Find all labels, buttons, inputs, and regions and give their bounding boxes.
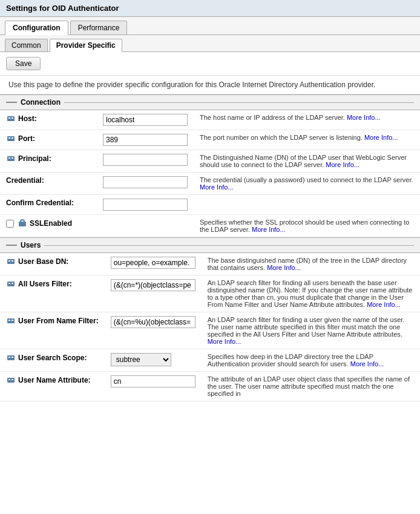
host-more-info[interactable]: More Info... bbox=[347, 114, 381, 121]
svg-rect-21 bbox=[8, 357, 10, 358]
table-row: User From Name Filter: An LDAP search fi… bbox=[0, 312, 420, 349]
principal-field-icon bbox=[6, 154, 16, 163]
credential-more-info[interactable]: More Info... bbox=[200, 183, 234, 191]
tab-configuration[interactable]: Configuration bbox=[5, 21, 68, 35]
svg-rect-15 bbox=[8, 283, 10, 284]
sub-tab-bar: Common Provider Specific bbox=[0, 35, 420, 52]
svg-rect-13 bbox=[11, 260, 13, 262]
users-table: User Base DN: The base distinguished nam… bbox=[0, 253, 420, 401]
svg-rect-4 bbox=[8, 137, 10, 139]
all-users-filter-icon bbox=[6, 279, 16, 289]
port-label: Port: bbox=[18, 134, 35, 143]
ssl-desc: Specifies whether the SSL protocol shoul… bbox=[200, 219, 409, 233]
tab-common[interactable]: Common bbox=[5, 39, 48, 51]
user-base-dn-input[interactable] bbox=[111, 257, 195, 269]
user-name-attribute-icon bbox=[6, 375, 16, 385]
ssl-label: SSLEnabled bbox=[30, 219, 72, 228]
table-row: User Search Scope: subtree onelevel Spec… bbox=[0, 349, 420, 372]
user-base-dn-more-info[interactable]: More Info... bbox=[267, 264, 301, 271]
user-base-dn-desc: The base distinguished name (DN) of the … bbox=[208, 257, 407, 271]
user-from-name-filter-label: User From Name Filter: bbox=[18, 317, 99, 325]
svg-rect-11 bbox=[7, 259, 15, 264]
svg-rect-6 bbox=[7, 156, 15, 161]
ssl-field-icon bbox=[18, 219, 27, 228]
user-base-dn-label: User Base DN: bbox=[18, 257, 68, 266]
svg-rect-0 bbox=[7, 116, 15, 121]
port-field-icon bbox=[6, 134, 16, 143]
users-section-header: Users bbox=[0, 237, 420, 253]
table-row: Confirm Credential: bbox=[0, 195, 420, 215]
principal-label: Principal: bbox=[18, 154, 51, 163]
top-tab-bar: Configuration Performance bbox=[0, 17, 420, 35]
toolbar: Save bbox=[0, 52, 420, 76]
table-row: Credential: The credential (usually a pa… bbox=[0, 173, 420, 195]
ssl-more-info[interactable]: More Info... bbox=[252, 226, 286, 233]
user-search-scope-icon bbox=[6, 353, 16, 363]
port-more-info[interactable]: More Info... bbox=[364, 134, 398, 141]
confirm-credential-input[interactable] bbox=[103, 199, 188, 211]
all-users-filter-label: All Users Filter: bbox=[18, 280, 72, 288]
port-desc: The port number on which the LDAP server… bbox=[200, 134, 363, 141]
table-row: User Base DN: The base distinguished nam… bbox=[0, 253, 420, 275]
connection-section-header: Connection bbox=[0, 94, 420, 110]
svg-rect-5 bbox=[11, 137, 13, 139]
svg-rect-20 bbox=[7, 355, 15, 360]
ssl-checkbox[interactable] bbox=[6, 220, 14, 228]
save-button[interactable]: Save bbox=[6, 57, 41, 70]
svg-rect-8 bbox=[11, 157, 13, 159]
svg-rect-19 bbox=[11, 320, 13, 321]
credential-label: Credential: bbox=[6, 176, 44, 185]
user-name-attribute-input[interactable] bbox=[111, 375, 195, 387]
user-from-name-filter-input[interactable] bbox=[111, 316, 195, 328]
confirm-credential-label: Confirm Credential: bbox=[6, 199, 74, 207]
user-base-dn-icon bbox=[6, 257, 16, 266]
svg-rect-17 bbox=[7, 318, 15, 323]
svg-rect-14 bbox=[7, 282, 15, 286]
user-name-attribute-label: User Name Attribute: bbox=[18, 376, 91, 384]
table-row: SSLEnabled Specifies whether the SSL pro… bbox=[0, 215, 420, 237]
credential-input[interactable] bbox=[103, 176, 188, 188]
table-row: Principal: The Distinguished Name (DN) o… bbox=[0, 150, 420, 173]
svg-rect-18 bbox=[8, 320, 10, 321]
svg-rect-3 bbox=[7, 136, 15, 141]
table-row: Port: The port number on which the LDAP … bbox=[0, 130, 420, 150]
credential-desc: The credential (usually a password) used… bbox=[200, 176, 413, 183]
host-desc: The host name or IP address of the LDAP … bbox=[200, 114, 345, 121]
tab-performance[interactable]: Performance bbox=[70, 21, 128, 35]
svg-rect-2 bbox=[11, 117, 13, 119]
connection-table: Host: The host name or IP address of the… bbox=[0, 110, 420, 237]
svg-rect-16 bbox=[11, 283, 13, 284]
svg-rect-12 bbox=[8, 260, 10, 262]
user-search-scope-label: User Search Scope: bbox=[18, 354, 87, 362]
tab-provider-specific[interactable]: Provider Specific bbox=[50, 39, 122, 52]
svg-rect-1 bbox=[8, 117, 10, 119]
all-users-filter-more-info[interactable]: More Info... bbox=[367, 301, 401, 308]
user-name-attribute-desc: The attribute of an LDAP user object cla… bbox=[208, 375, 410, 397]
user-from-name-filter-icon bbox=[6, 316, 16, 326]
svg-rect-24 bbox=[8, 379, 10, 380]
user-from-name-filter-more-info[interactable]: More Info... bbox=[208, 338, 241, 345]
table-row: Host: The host name or IP address of the… bbox=[0, 110, 420, 130]
svg-rect-23 bbox=[7, 378, 15, 383]
user-from-name-filter-desc: An LDAP search filter for finding a user… bbox=[208, 316, 405, 338]
user-search-scope-select[interactable]: subtree onelevel bbox=[111, 353, 171, 366]
host-label: Host: bbox=[18, 114, 37, 123]
page-title: Settings for OID Authenticator bbox=[0, 0, 420, 17]
principal-input[interactable] bbox=[103, 154, 188, 166]
user-search-scope-desc: Specifies how deep in the LDAP directory… bbox=[208, 353, 373, 367]
table-row: All Users Filter: An LDAP search filter … bbox=[0, 275, 420, 312]
user-search-scope-more-info[interactable]: More Info... bbox=[350, 360, 384, 367]
port-input[interactable] bbox=[103, 134, 188, 146]
page-description: Use this page to define the provider spe… bbox=[0, 76, 420, 94]
principal-more-info[interactable]: More Info... bbox=[326, 161, 359, 168]
principal-desc: The Distinguished Name (DN) of the LDAP … bbox=[200, 154, 407, 168]
host-input[interactable] bbox=[103, 114, 188, 126]
host-field-icon bbox=[6, 114, 16, 124]
all-users-filter-input[interactable] bbox=[111, 279, 195, 291]
svg-rect-7 bbox=[8, 157, 10, 159]
table-row: User Name Attribute: The attribute of an… bbox=[0, 372, 420, 401]
svg-rect-22 bbox=[11, 357, 13, 358]
svg-rect-25 bbox=[11, 379, 13, 380]
